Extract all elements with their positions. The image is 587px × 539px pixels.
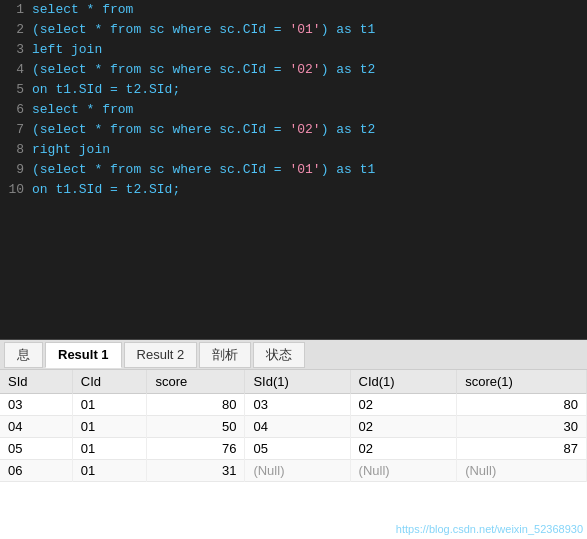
tab-item[interactable]: 剖析 — [199, 342, 251, 368]
code-line: 5on t1.SId = t2.SId; — [0, 80, 587, 100]
line-number: 1 — [0, 0, 32, 20]
code-line: 9(select * from sc where sc.CId = '01') … — [0, 160, 587, 180]
table-cell: 87 — [457, 438, 587, 460]
line-content: (select * from sc where sc.CId = '01') a… — [32, 20, 375, 40]
line-number: 4 — [0, 60, 32, 80]
code-editor: 1select * from2(select * from sc where s… — [0, 0, 587, 340]
line-content: right join — [32, 140, 110, 160]
bottom-panel: 息Result 1Result 2剖析状态 SIdCIdscoreSId(1)C… — [0, 340, 587, 539]
line-content: left join — [32, 40, 102, 60]
line-number: 7 — [0, 120, 32, 140]
code-line: 8right join — [0, 140, 587, 160]
table-row: 050176050287 — [0, 438, 587, 460]
tab-item[interactable]: Result 1 — [45, 342, 122, 368]
table-cell: 01 — [72, 460, 147, 482]
table-cell: 31 — [147, 460, 245, 482]
table-row: 060131(Null)(Null)(Null) — [0, 460, 587, 482]
line-content: (select * from sc where sc.CId = '02') a… — [32, 60, 375, 80]
table-header: score(1) — [457, 370, 587, 394]
table-cell: 03 — [245, 394, 350, 416]
table-cell: (Null) — [350, 460, 457, 482]
line-number: 8 — [0, 140, 32, 160]
code-line: 2(select * from sc where sc.CId = '01') … — [0, 20, 587, 40]
code-line: 4(select * from sc where sc.CId = '02') … — [0, 60, 587, 80]
table-cell: 30 — [457, 416, 587, 438]
line-number: 5 — [0, 80, 32, 100]
tab-item[interactable]: 息 — [4, 342, 43, 368]
watermark: https://blog.csdn.net/weixin_52368930 — [396, 523, 583, 535]
table-cell: 80 — [457, 394, 587, 416]
table-cell: (Null) — [245, 460, 350, 482]
table-cell: 03 — [0, 394, 72, 416]
table-cell: 01 — [72, 394, 147, 416]
table-area[interactable]: SIdCIdscoreSId(1)CId(1)score(1)030180030… — [0, 370, 587, 539]
table-cell: 02 — [350, 438, 457, 460]
table-cell: 01 — [72, 438, 147, 460]
table-cell: 02 — [350, 416, 457, 438]
line-number: 3 — [0, 40, 32, 60]
line-content: on t1.SId = t2.SId; — [32, 80, 180, 100]
table-cell: 05 — [245, 438, 350, 460]
table-header: CId — [72, 370, 147, 394]
table-header: SId(1) — [245, 370, 350, 394]
table-cell: 04 — [245, 416, 350, 438]
line-number: 2 — [0, 20, 32, 40]
line-content: (select * from sc where sc.CId = '01') a… — [32, 160, 375, 180]
tab-item[interactable]: Result 2 — [124, 342, 198, 368]
code-line: 3left join — [0, 40, 587, 60]
line-number: 9 — [0, 160, 32, 180]
table-header: score — [147, 370, 245, 394]
table-cell: 80 — [147, 394, 245, 416]
table-cell: 06 — [0, 460, 72, 482]
code-line: 10on t1.SId = t2.SId; — [0, 180, 587, 200]
line-content: select * from — [32, 0, 133, 20]
code-line: 7(select * from sc where sc.CId = '02') … — [0, 120, 587, 140]
table-cell: (Null) — [457, 460, 587, 482]
code-line: 1select * from — [0, 0, 587, 20]
table-cell: 76 — [147, 438, 245, 460]
table-cell: 02 — [350, 394, 457, 416]
table-header: CId(1) — [350, 370, 457, 394]
result-table: SIdCIdscoreSId(1)CId(1)score(1)030180030… — [0, 370, 587, 482]
line-content: on t1.SId = t2.SId; — [32, 180, 180, 200]
table-row: 030180030280 — [0, 394, 587, 416]
line-content: select * from — [32, 100, 133, 120]
line-number: 6 — [0, 100, 32, 120]
line-number: 10 — [0, 180, 32, 200]
code-line: 6select * from — [0, 100, 587, 120]
table-cell: 04 — [0, 416, 72, 438]
table-cell: 50 — [147, 416, 245, 438]
tabs-bar: 息Result 1Result 2剖析状态 — [0, 340, 587, 370]
table-cell: 05 — [0, 438, 72, 460]
table-cell: 01 — [72, 416, 147, 438]
tab-item[interactable]: 状态 — [253, 342, 305, 368]
table-header: SId — [0, 370, 72, 394]
table-row: 040150040230 — [0, 416, 587, 438]
line-content: (select * from sc where sc.CId = '02') a… — [32, 120, 375, 140]
